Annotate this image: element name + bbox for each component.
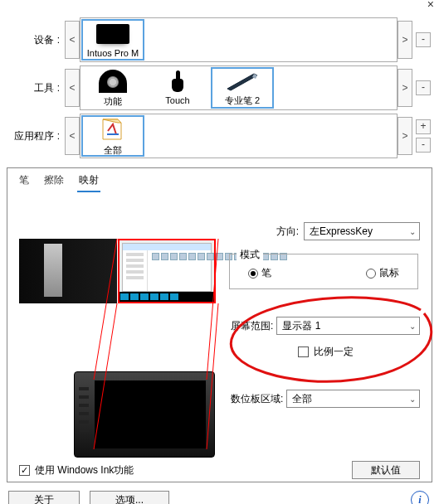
app-strip: 全部 bbox=[80, 114, 398, 158]
svg-line-1 bbox=[207, 239, 218, 380]
app-next-button[interactable]: > bbox=[398, 117, 412, 155]
selectors-area: 设备 : < Intuos Pro M > - 工具 : < 功能 Touch bbox=[0, 13, 439, 167]
options-button[interactable]: 选项... bbox=[90, 491, 169, 504]
tab-mapping-body: 方向: 左ExpressKey ⌄ bbox=[7, 192, 432, 486]
app-add-button[interactable]: + bbox=[416, 119, 431, 134]
dialog-footer: 关于 选项... i bbox=[0, 487, 439, 504]
pen-icon bbox=[221, 69, 264, 94]
tablet-area-value: 全部 bbox=[292, 392, 312, 406]
app-remove-button[interactable]: - bbox=[416, 138, 431, 153]
annotation-ellipse bbox=[222, 293, 439, 388]
close-icon[interactable]: × bbox=[427, 0, 434, 8]
all-apps-icon bbox=[91, 117, 134, 143]
orientation-select[interactable]: 左ExpressKey ⌄ bbox=[304, 222, 420, 240]
tablet-icon bbox=[91, 21, 134, 47]
device-label: 设备 : bbox=[8, 33, 65, 47]
tool-strip: 功能 Touch 专业笔 2 bbox=[80, 65, 398, 110]
screen-area-label: 屏幕范围: bbox=[231, 319, 273, 333]
radio-icon bbox=[366, 269, 376, 279]
defaults-button[interactable]: 默认值 bbox=[352, 461, 420, 479]
mapping-visual bbox=[19, 239, 230, 306]
svg-line-3 bbox=[207, 303, 218, 449]
panel-footer: 使用 Windows Ink功能 默认值 bbox=[19, 461, 420, 479]
tab-pen[interactable]: 笔 bbox=[17, 172, 31, 192]
screen-area-row: 屏幕范围: 显示器 1 ⌄ bbox=[231, 317, 420, 335]
screen-area-select[interactable]: 显示器 1 ⌄ bbox=[276, 317, 420, 335]
tool-next-button[interactable]: > bbox=[398, 69, 412, 107]
device-name: Intuos Pro M bbox=[87, 48, 139, 58]
device-prev-button[interactable]: < bbox=[65, 21, 80, 59]
settings-panel: 笔 擦除 映射 方向: 左ExpressKey ⌄ bbox=[7, 167, 432, 482]
checkbox-icon bbox=[298, 346, 309, 357]
checkbox-icon bbox=[19, 465, 30, 476]
force-proportions-row[interactable]: 比例一定 bbox=[231, 345, 420, 359]
tab-erase[interactable]: 擦除 bbox=[42, 172, 66, 192]
tab-bar: 笔 擦除 映射 bbox=[7, 168, 432, 192]
app-all[interactable]: 全部 bbox=[81, 115, 144, 157]
radio-icon bbox=[248, 269, 258, 279]
svg-line-0 bbox=[94, 239, 117, 380]
device-strip: Intuos Pro M bbox=[80, 17, 398, 62]
tool-prev-button[interactable]: < bbox=[65, 69, 80, 107]
tool-remove-button[interactable]: - bbox=[416, 80, 431, 95]
device-tile[interactable]: Intuos Pro M bbox=[81, 19, 144, 61]
device-row: 设备 : < Intuos Pro M > - bbox=[8, 17, 431, 63]
mode-pen-radio[interactable]: 笔 bbox=[248, 266, 271, 280]
orientation-value: 左ExpressKey bbox=[310, 225, 373, 239]
device-remove-button[interactable]: - bbox=[416, 32, 431, 47]
tool-touch[interactable]: Touch bbox=[146, 67, 209, 109]
svg-line-2 bbox=[94, 303, 117, 449]
functions-icon bbox=[91, 68, 134, 94]
orientation-row: 方向: 左ExpressKey ⌄ bbox=[276, 222, 420, 240]
tab-mapping[interactable]: 映射 bbox=[77, 172, 100, 192]
tool-pen[interactable]: 专业笔 2 bbox=[211, 67, 274, 109]
touch-icon bbox=[156, 68, 199, 94]
chevron-down-icon: ⌄ bbox=[409, 227, 416, 236]
force-proportions-label: 比例一定 bbox=[314, 345, 354, 359]
mode-group: 模式 笔 鼠标 bbox=[229, 254, 418, 289]
app-row: 应用程序 : < 全部 > + - bbox=[8, 113, 431, 159]
screen-area-value: 显示器 1 bbox=[282, 319, 320, 333]
tablet-area-row: 数位板区域: 全部 ⌄ bbox=[231, 390, 420, 408]
chevron-down-icon: ⌄ bbox=[409, 322, 416, 331]
chevron-down-icon: ⌄ bbox=[409, 395, 416, 404]
orientation-label: 方向: bbox=[276, 225, 299, 239]
tool-functions[interactable]: 功能 bbox=[81, 67, 144, 109]
mode-mouse-radio[interactable]: 鼠标 bbox=[366, 266, 399, 280]
mapping-lines-icon bbox=[19, 239, 230, 463]
app-prev-button[interactable]: < bbox=[65, 117, 80, 155]
mode-legend: 模式 bbox=[237, 248, 263, 262]
windows-ink-checkbox[interactable]: 使用 Windows Ink功能 bbox=[19, 463, 134, 477]
tool-label: 工具 : bbox=[8, 81, 65, 95]
tablet-area-select[interactable]: 全部 ⌄ bbox=[286, 390, 420, 408]
info-icon[interactable]: i bbox=[411, 491, 429, 504]
about-button[interactable]: 关于 bbox=[8, 491, 80, 504]
app-label: 应用程序 : bbox=[8, 129, 65, 143]
title-bar: Wacom 数位板属性 × bbox=[0, 0, 439, 13]
tool-row: 工具 : < 功能 Touch 专业笔 2 > - bbox=[8, 65, 431, 111]
device-next-button[interactable]: > bbox=[398, 21, 412, 59]
tablet-area-label: 数位板区域: bbox=[231, 392, 283, 406]
